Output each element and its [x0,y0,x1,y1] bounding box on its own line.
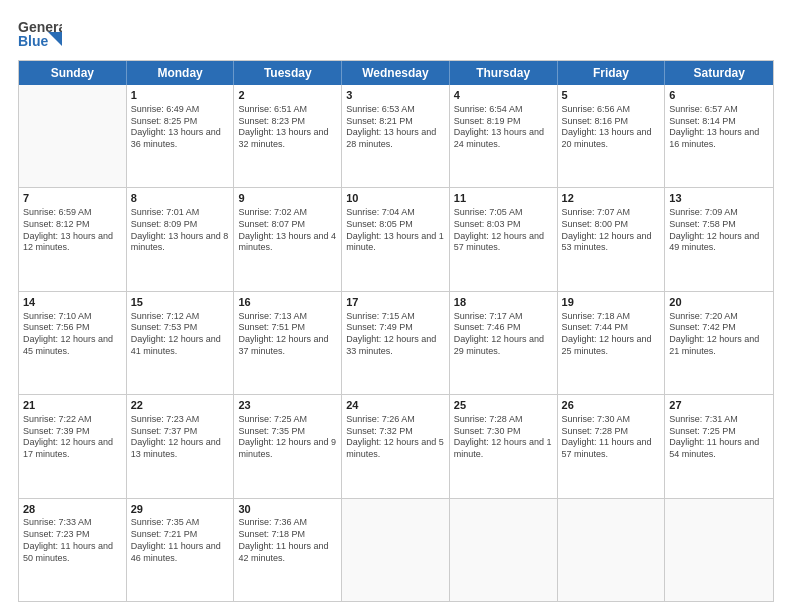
cell-info: Sunrise: 6:53 AMSunset: 8:21 PMDaylight:… [346,104,445,151]
cal-cell [665,499,773,601]
page: General Blue SundayMondayTuesdayWednesda… [0,0,792,612]
cal-cell: 18Sunrise: 7:17 AMSunset: 7:46 PMDayligh… [450,292,558,394]
day-number: 7 [23,191,122,206]
cell-info: Sunrise: 7:31 AMSunset: 7:25 PMDaylight:… [669,414,769,461]
cal-cell: 1Sunrise: 6:49 AMSunset: 8:25 PMDaylight… [127,85,235,187]
cell-info: Sunrise: 7:13 AMSunset: 7:51 PMDaylight:… [238,311,337,358]
header-day-thursday: Thursday [450,61,558,85]
cell-info: Sunrise: 7:04 AMSunset: 8:05 PMDaylight:… [346,207,445,254]
cal-cell: 11Sunrise: 7:05 AMSunset: 8:03 PMDayligh… [450,188,558,290]
header-day-tuesday: Tuesday [234,61,342,85]
day-number: 3 [346,88,445,103]
header: General Blue [18,18,774,50]
cal-cell: 16Sunrise: 7:13 AMSunset: 7:51 PMDayligh… [234,292,342,394]
week-row-1: 7Sunrise: 6:59 AMSunset: 8:12 PMDaylight… [19,188,773,291]
cal-cell: 21Sunrise: 7:22 AMSunset: 7:39 PMDayligh… [19,395,127,497]
cal-cell [558,499,666,601]
cell-info: Sunrise: 6:54 AMSunset: 8:19 PMDaylight:… [454,104,553,151]
cal-cell: 2Sunrise: 6:51 AMSunset: 8:23 PMDaylight… [234,85,342,187]
cal-cell: 24Sunrise: 7:26 AMSunset: 7:32 PMDayligh… [342,395,450,497]
cal-cell [19,85,127,187]
day-number: 15 [131,295,230,310]
logo: General Blue [18,18,62,50]
cal-cell: 15Sunrise: 7:12 AMSunset: 7:53 PMDayligh… [127,292,235,394]
week-row-4: 28Sunrise: 7:33 AMSunset: 7:23 PMDayligh… [19,499,773,601]
day-number: 8 [131,191,230,206]
cell-info: Sunrise: 7:22 AMSunset: 7:39 PMDaylight:… [23,414,122,461]
cal-cell: 29Sunrise: 7:35 AMSunset: 7:21 PMDayligh… [127,499,235,601]
day-number: 25 [454,398,553,413]
day-number: 16 [238,295,337,310]
cal-cell: 28Sunrise: 7:33 AMSunset: 7:23 PMDayligh… [19,499,127,601]
cell-info: Sunrise: 6:56 AMSunset: 8:16 PMDaylight:… [562,104,661,151]
cell-info: Sunrise: 7:12 AMSunset: 7:53 PMDaylight:… [131,311,230,358]
logo-svg: General Blue [18,18,62,50]
cell-info: Sunrise: 6:57 AMSunset: 8:14 PMDaylight:… [669,104,769,151]
cell-info: Sunrise: 7:18 AMSunset: 7:44 PMDaylight:… [562,311,661,358]
cal-cell: 5Sunrise: 6:56 AMSunset: 8:16 PMDaylight… [558,85,666,187]
cal-cell: 14Sunrise: 7:10 AMSunset: 7:56 PMDayligh… [19,292,127,394]
cal-cell: 22Sunrise: 7:23 AMSunset: 7:37 PMDayligh… [127,395,235,497]
day-number: 10 [346,191,445,206]
cell-info: Sunrise: 7:30 AMSunset: 7:28 PMDaylight:… [562,414,661,461]
day-number: 12 [562,191,661,206]
cell-info: Sunrise: 7:10 AMSunset: 7:56 PMDaylight:… [23,311,122,358]
cal-cell: 9Sunrise: 7:02 AMSunset: 8:07 PMDaylight… [234,188,342,290]
cell-info: Sunrise: 7:05 AMSunset: 8:03 PMDaylight:… [454,207,553,254]
day-number: 30 [238,502,337,517]
header-day-saturday: Saturday [665,61,773,85]
week-row-3: 21Sunrise: 7:22 AMSunset: 7:39 PMDayligh… [19,395,773,498]
cell-info: Sunrise: 6:51 AMSunset: 8:23 PMDaylight:… [238,104,337,151]
cell-info: Sunrise: 6:59 AMSunset: 8:12 PMDaylight:… [23,207,122,254]
day-number: 24 [346,398,445,413]
cal-cell: 27Sunrise: 7:31 AMSunset: 7:25 PMDayligh… [665,395,773,497]
cell-info: Sunrise: 7:07 AMSunset: 8:00 PMDaylight:… [562,207,661,254]
day-number: 17 [346,295,445,310]
cal-cell: 10Sunrise: 7:04 AMSunset: 8:05 PMDayligh… [342,188,450,290]
svg-marker-2 [48,32,62,46]
week-row-0: 1Sunrise: 6:49 AMSunset: 8:25 PMDaylight… [19,85,773,188]
day-number: 28 [23,502,122,517]
cal-cell: 25Sunrise: 7:28 AMSunset: 7:30 PMDayligh… [450,395,558,497]
cal-cell: 13Sunrise: 7:09 AMSunset: 7:58 PMDayligh… [665,188,773,290]
header-day-wednesday: Wednesday [342,61,450,85]
cal-cell: 17Sunrise: 7:15 AMSunset: 7:49 PMDayligh… [342,292,450,394]
cell-info: Sunrise: 7:01 AMSunset: 8:09 PMDaylight:… [131,207,230,254]
cal-cell: 6Sunrise: 6:57 AMSunset: 8:14 PMDaylight… [665,85,773,187]
day-number: 5 [562,88,661,103]
day-number: 2 [238,88,337,103]
calendar: SundayMondayTuesdayWednesdayThursdayFrid… [18,60,774,602]
cell-info: Sunrise: 7:33 AMSunset: 7:23 PMDaylight:… [23,517,122,564]
day-number: 27 [669,398,769,413]
cell-info: Sunrise: 7:28 AMSunset: 7:30 PMDaylight:… [454,414,553,461]
day-number: 14 [23,295,122,310]
header-day-friday: Friday [558,61,666,85]
day-number: 19 [562,295,661,310]
cal-cell: 7Sunrise: 6:59 AMSunset: 8:12 PMDaylight… [19,188,127,290]
day-number: 13 [669,191,769,206]
cell-info: Sunrise: 7:02 AMSunset: 8:07 PMDaylight:… [238,207,337,254]
cal-cell: 4Sunrise: 6:54 AMSunset: 8:19 PMDaylight… [450,85,558,187]
cell-info: Sunrise: 7:25 AMSunset: 7:35 PMDaylight:… [238,414,337,461]
cell-info: Sunrise: 7:36 AMSunset: 7:18 PMDaylight:… [238,517,337,564]
day-number: 4 [454,88,553,103]
cal-cell: 8Sunrise: 7:01 AMSunset: 8:09 PMDaylight… [127,188,235,290]
cell-info: Sunrise: 7:23 AMSunset: 7:37 PMDaylight:… [131,414,230,461]
cal-cell: 23Sunrise: 7:25 AMSunset: 7:35 PMDayligh… [234,395,342,497]
day-number: 29 [131,502,230,517]
calendar-header: SundayMondayTuesdayWednesdayThursdayFrid… [19,61,773,85]
day-number: 21 [23,398,122,413]
day-number: 9 [238,191,337,206]
calendar-body: 1Sunrise: 6:49 AMSunset: 8:25 PMDaylight… [19,85,773,601]
header-day-sunday: Sunday [19,61,127,85]
cell-info: Sunrise: 7:20 AMSunset: 7:42 PMDaylight:… [669,311,769,358]
cell-info: Sunrise: 7:09 AMSunset: 7:58 PMDaylight:… [669,207,769,254]
day-number: 23 [238,398,337,413]
logo-container: General Blue [18,18,62,50]
cell-info: Sunrise: 7:17 AMSunset: 7:46 PMDaylight:… [454,311,553,358]
cell-info: Sunrise: 7:26 AMSunset: 7:32 PMDaylight:… [346,414,445,461]
cell-info: Sunrise: 7:15 AMSunset: 7:49 PMDaylight:… [346,311,445,358]
day-number: 18 [454,295,553,310]
cal-cell: 20Sunrise: 7:20 AMSunset: 7:42 PMDayligh… [665,292,773,394]
cal-cell: 26Sunrise: 7:30 AMSunset: 7:28 PMDayligh… [558,395,666,497]
